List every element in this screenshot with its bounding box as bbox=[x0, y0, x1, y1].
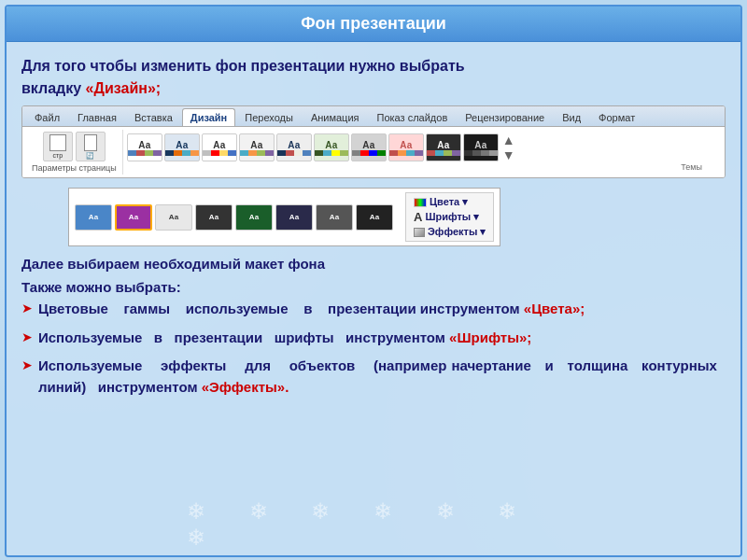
slide-orientation-button[interactable]: 🔄 bbox=[76, 132, 106, 161]
list-item-fonts: ➤ Используемые в презентации шрифты инст… bbox=[21, 328, 726, 349]
bullet-2: ➤ bbox=[21, 329, 33, 344]
popup-swatch-7[interactable]: Аа bbox=[316, 204, 353, 231]
bullet-3: ➤ bbox=[21, 357, 33, 372]
intro-line2: вкладку «Дизайн»; bbox=[21, 80, 161, 96]
tab-file[interactable]: Файл bbox=[26, 108, 68, 126]
theme-swatch-4[interactable]: Аа bbox=[239, 133, 275, 161]
theme-swatch-8[interactable]: Аа bbox=[388, 133, 424, 161]
theme-swatch-1[interactable]: Аа bbox=[127, 133, 162, 161]
list-item-effects: ➤ Используемые эффекты для объектов (нап… bbox=[21, 356, 726, 398]
popup-swatch-1[interactable]: Аа bbox=[75, 204, 112, 231]
page-setup-label: Параметры страницы bbox=[32, 163, 117, 173]
tab-transitions[interactable]: Переходы bbox=[236, 108, 302, 126]
theme-swatch-10[interactable]: Аа bbox=[463, 133, 499, 161]
popup-swatch-3[interactable]: Аа bbox=[155, 204, 192, 231]
theme-swatch-7[interactable]: Аа bbox=[351, 133, 387, 161]
theme-popup-panel: Аа Аа Аа Аа Аа Аа Аа Аа Цвета ▾ A Шрифты… bbox=[68, 188, 500, 246]
fonts-option[interactable]: A Шрифты ▾ bbox=[414, 210, 486, 224]
colors-option[interactable]: Цвета ▾ bbox=[414, 196, 486, 208]
list-item-colors: ➤ Цветовые гаммы используемые в презента… bbox=[21, 299, 726, 320]
popup-swatch-8[interactable]: Аа bbox=[356, 204, 393, 231]
popup-swatch-6[interactable]: Аа bbox=[275, 204, 313, 231]
main-window: Фон презентации Для того чтобы изменить … bbox=[5, 5, 742, 557]
bullet-1: ➤ bbox=[21, 301, 33, 315]
themes-row: Аа Аа bbox=[127, 133, 721, 162]
tab-design[interactable]: Дизайн bbox=[182, 108, 235, 126]
tab-animation[interactable]: Анимация bbox=[303, 108, 368, 126]
section-background-choice: Далее выбираем необходимый макет фона bbox=[21, 256, 726, 272]
list-text-effects: Используемые эффекты для объектов (напри… bbox=[38, 356, 726, 398]
ribbon-tabs: Файл Главная Вставка Дизайн Переходы Ани… bbox=[22, 106, 725, 126]
tab-insert[interactable]: Вставка bbox=[126, 108, 181, 126]
theme-swatch-2[interactable]: Аа bbox=[164, 133, 200, 161]
tab-home[interactable]: Главная bbox=[69, 108, 125, 126]
theme-swatch-3[interactable]: Аа bbox=[202, 133, 237, 161]
popup-swatch-5[interactable]: Аа bbox=[235, 204, 273, 231]
tab-view[interactable]: Вид bbox=[554, 108, 589, 126]
list-text-colors: Цветовые гаммы используемые в презентаци… bbox=[38, 299, 585, 320]
theme-swatch-5[interactable]: Аа bbox=[276, 133, 312, 161]
themes-group: Аа Аа bbox=[127, 133, 721, 172]
ribbon-body: стр 🔄 Параметры страницы Аа bbox=[22, 126, 725, 177]
popup-swatch-4[interactable]: Аа bbox=[195, 204, 233, 231]
tab-slideshow[interactable]: Показ слайдов bbox=[369, 108, 457, 126]
title-bar: Фон презентации bbox=[7, 7, 740, 42]
page-setup-group: стр 🔄 Параметры страницы bbox=[26, 130, 123, 175]
tab-review[interactable]: Рецензирование bbox=[457, 108, 553, 126]
themes-label: Темы bbox=[127, 162, 702, 172]
theme-swatch-6[interactable]: Аа bbox=[314, 133, 349, 161]
list-text-fonts: Используемые в презентации шрифты инстру… bbox=[38, 328, 531, 349]
page-params-button[interactable]: стр bbox=[43, 132, 73, 161]
intro-line1: Для того чтобы изменить фон презентации … bbox=[21, 58, 465, 74]
page-title: Фон презентации bbox=[301, 14, 446, 33]
effects-option[interactable]: Эффекты ▾ bbox=[414, 226, 486, 238]
themes-up-arrow[interactable]: ▲ bbox=[502, 133, 515, 147]
intro-text: Для того чтобы изменить фон презентации … bbox=[21, 55, 726, 100]
theme-selection-area: Аа Аа Аа Аа Аа Аа Аа Аа Цвета ▾ A Шрифты… bbox=[68, 188, 726, 246]
theme-swatch-9[interactable]: Аа bbox=[426, 133, 461, 161]
section-also-title: Также можно выбрать: bbox=[21, 279, 726, 295]
tab-format[interactable]: Формат bbox=[590, 108, 643, 126]
feature-list: ➤ Цветовые гаммы используемые в презента… bbox=[21, 299, 726, 398]
page-setup-icons: стр 🔄 bbox=[43, 132, 106, 161]
popup-swatch-2[interactable]: Аа bbox=[115, 204, 152, 231]
themes-scroll: ▲ ▼ bbox=[502, 133, 515, 162]
theme-options-panel: Цвета ▾ A Шрифты ▾ Эффекты ▾ bbox=[405, 192, 494, 242]
themes-down-arrow[interactable]: ▼ bbox=[502, 147, 515, 162]
main-content: Для того чтобы изменить фон презентации … bbox=[7, 42, 740, 555]
ribbon-container: Файл Главная Вставка Дизайн Переходы Ани… bbox=[21, 105, 726, 178]
